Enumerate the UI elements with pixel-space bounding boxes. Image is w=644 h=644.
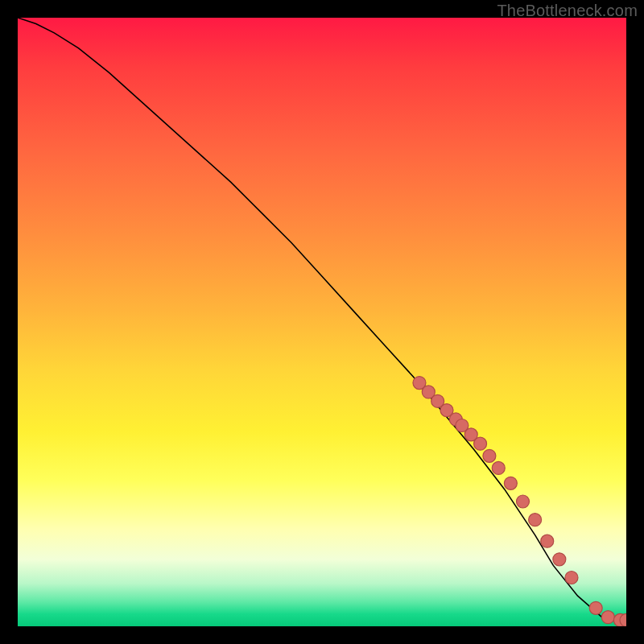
plot-area: [18, 18, 626, 626]
chart-svg: [18, 18, 626, 626]
data-marker: [474, 437, 487, 450]
data-marker: [601, 611, 614, 624]
data-marker: [492, 461, 505, 474]
data-marker: [529, 514, 542, 526]
data-marker: [565, 572, 578, 584]
watermark-text: TheBottleneck.com: [497, 2, 638, 20]
data-marker: [589, 601, 602, 614]
data-marker: [504, 477, 517, 489]
data-marker: [553, 553, 566, 566]
data-marker: [483, 449, 496, 462]
bottleneck-curve: [18, 18, 626, 620]
data-marker: [516, 495, 529, 508]
chart-frame: TheBottleneck.com: [0, 0, 644, 644]
data-marker: [541, 535, 554, 547]
